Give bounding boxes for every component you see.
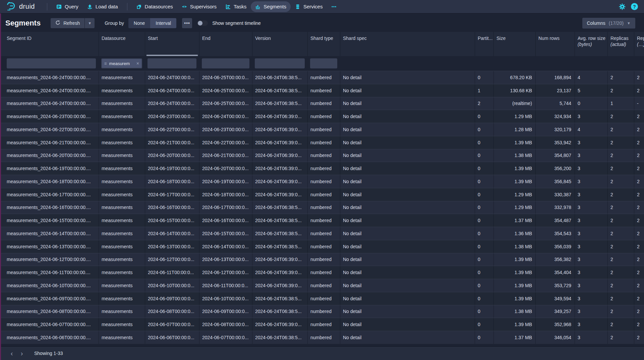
cell-start: 2024-06-12T00:00:0... bbox=[145, 253, 199, 266]
column-header-partition[interactable]: Partit... bbox=[475, 32, 493, 56]
cell-datasource: measurements bbox=[99, 240, 145, 253]
table-row[interactable]: measurements_2024-06-22T00:00:00....meas… bbox=[0, 123, 644, 136]
table-row[interactable]: measurements_2024-06-11T00:00:00....meas… bbox=[0, 266, 644, 279]
column-header-num_rows[interactable]: Num rows bbox=[535, 32, 575, 56]
cell-avg_row_size: 3 bbox=[575, 136, 607, 149]
column-header-shard_spec[interactable]: Shard spec bbox=[340, 32, 475, 56]
tasks-icon bbox=[225, 4, 231, 9]
column-header-end[interactable]: End bbox=[199, 32, 252, 56]
nav-item-datasources[interactable]: Datasources bbox=[132, 1, 177, 12]
cell-num_rows: 168,894 bbox=[535, 71, 575, 84]
cell-segment_id: measurements_2024-06-14T00:00:00.... bbox=[0, 227, 99, 240]
table-row[interactable]: measurements_2024-06-13T00:00:00....meas… bbox=[0, 240, 644, 253]
table-row[interactable]: measurements_2024-06-24T00:00:00....meas… bbox=[0, 71, 644, 84]
cell-size: 1.39 MB bbox=[493, 162, 535, 175]
table-row[interactable]: measurements_2024-06-23T00:00:00....meas… bbox=[0, 110, 644, 123]
cell-avg_row_size: 3 bbox=[575, 188, 607, 201]
table-row[interactable]: measurements_2024-06-06T00:00:00....meas… bbox=[0, 331, 644, 344]
cell-replicas: 2 bbox=[607, 227, 634, 240]
nav-item-tasks[interactable]: Tasks bbox=[221, 1, 251, 12]
prev-page-icon[interactable]: ‹ bbox=[7, 348, 17, 358]
filter-input-shard_type[interactable] bbox=[310, 58, 337, 68]
column-header-replication_factor[interactable]: Replication factor(…) bbox=[634, 32, 644, 56]
table-row[interactable]: measurements_2024-06-17T00:00:00....meas… bbox=[0, 188, 644, 201]
filter-input-version[interactable] bbox=[255, 58, 305, 68]
nav-item-query[interactable]: Query bbox=[52, 1, 83, 12]
refresh-options-button[interactable]: ▼ bbox=[85, 18, 95, 28]
cell-segment_id: measurements_2024-06-06T00:00:00.... bbox=[0, 331, 99, 344]
table-row[interactable]: measurements_2024-06-15T00:00:00....meas… bbox=[0, 214, 644, 227]
settings-gear-icon[interactable] bbox=[619, 3, 626, 10]
nav-item-load-data[interactable]: Load data bbox=[83, 1, 122, 12]
segment-timeline-toggle[interactable] bbox=[197, 20, 208, 26]
caret-down-icon: ▼ bbox=[627, 21, 631, 25]
next-page-icon[interactable]: › bbox=[17, 348, 27, 358]
nav-item-supervisors[interactable]: Supervisors bbox=[177, 1, 221, 12]
filter-input-segment_id[interactable] bbox=[7, 58, 96, 68]
cell-num_rows: 330,387 bbox=[535, 188, 575, 201]
column-header-start[interactable]: Start bbox=[145, 32, 199, 56]
table-row[interactable]: measurements_2024-06-18T00:00:00....meas… bbox=[0, 175, 644, 188]
table-row[interactable]: measurements_2024-06-12T00:00:00....meas… bbox=[0, 253, 644, 266]
column-header-avg_row_size[interactable]: Avg. row size(bytes) bbox=[575, 32, 607, 56]
column-header-version[interactable]: Version bbox=[252, 32, 307, 56]
nav-item-services[interactable]: Services bbox=[291, 1, 327, 12]
table-row[interactable]: measurements_2024-06-24T00:00:00....meas… bbox=[0, 84, 644, 97]
cell-datasource: measurements bbox=[99, 292, 145, 305]
cell-datasource: measurements bbox=[99, 84, 145, 97]
cell-size: 1.39 MB bbox=[493, 318, 535, 331]
remove-filter-icon[interactable]: × bbox=[136, 61, 139, 66]
column-header-segment_id[interactable]: Segment ID bbox=[0, 32, 99, 56]
table-row[interactable]: measurements_2024-06-10T00:00:00....meas… bbox=[0, 279, 644, 292]
filter-input-end[interactable] bbox=[202, 58, 249, 68]
filter-cell-version bbox=[252, 56, 307, 71]
cell-num_rows: 354,404 bbox=[535, 266, 575, 279]
druid-logo[interactable]: druid bbox=[6, 1, 35, 12]
cell-num_rows: 332,978 bbox=[535, 201, 575, 214]
cell-version: 2024-06-24T06:39:0... bbox=[252, 123, 307, 136]
refresh-button[interactable]: Refresh bbox=[51, 18, 84, 28]
more-options-button[interactable]: ••• bbox=[182, 18, 192, 28]
cell-num_rows: 354,487 bbox=[535, 214, 575, 227]
columns-button[interactable]: Columns (17/20) ▼ bbox=[582, 18, 636, 29]
table-row[interactable]: measurements_2024-06-19T00:00:00....meas… bbox=[0, 162, 644, 175]
cell-replication_factor: 2 bbox=[634, 214, 644, 227]
group-by-none-button[interactable]: None bbox=[128, 18, 150, 28]
column-header-datasource[interactable]: Datasource bbox=[99, 32, 145, 56]
table-row[interactable]: measurements_2024-06-08T00:00:00....meas… bbox=[0, 305, 644, 318]
nav-item-more[interactable] bbox=[327, 1, 341, 12]
cell-shard_type: numbered bbox=[307, 188, 340, 201]
filter-input-start[interactable] bbox=[148, 58, 196, 68]
column-header-replicas[interactable]: Replicas(actual) bbox=[607, 32, 634, 56]
cell-start: 2024-06-14T00:00:0... bbox=[145, 227, 199, 240]
cell-version: 2024-06-24T06:38:5... bbox=[252, 240, 307, 253]
datasource-filter[interactable]: =measurem× bbox=[101, 58, 142, 68]
group-by-interval-button[interactable]: Interval bbox=[150, 18, 176, 28]
table-row[interactable]: measurements_2024-06-24T00:00:00....meas… bbox=[0, 97, 644, 110]
table-row[interactable]: measurements_2024-06-14T00:00:00....meas… bbox=[0, 227, 644, 240]
help-icon[interactable]: ? bbox=[631, 3, 638, 10]
datasource-filter-chip[interactable]: =measurem× bbox=[102, 59, 141, 68]
showing-range: Showing 1-33 bbox=[34, 351, 63, 356]
cell-partition: 0 bbox=[475, 253, 493, 266]
table-row[interactable]: measurements_2024-06-21T00:00:00....meas… bbox=[0, 136, 644, 149]
cell-datasource: measurements bbox=[99, 214, 145, 227]
cell-replicas: 2 bbox=[607, 240, 634, 253]
column-header-shard_type[interactable]: Shard type bbox=[307, 32, 340, 56]
nav-item-segments[interactable]: Segments bbox=[251, 1, 291, 12]
table-row[interactable]: measurements_2024-06-20T00:00:00....meas… bbox=[0, 149, 644, 162]
cell-replicas: 2 bbox=[607, 292, 634, 305]
cell-start: 2024-06-21T00:00:0... bbox=[145, 136, 199, 149]
column-header-size[interactable]: Size bbox=[493, 32, 535, 56]
cell-shard_spec: No detail bbox=[340, 188, 475, 201]
table-row[interactable]: measurements_2024-06-16T00:00:00....meas… bbox=[0, 201, 644, 214]
cell-shard_spec: No detail bbox=[340, 175, 475, 188]
segments-toolbar: Segments Refresh ▼ Group by None Interva… bbox=[0, 14, 644, 32]
table-row[interactable]: measurements_2024-06-09T00:00:00....meas… bbox=[0, 292, 644, 305]
cell-shard_type: numbered bbox=[307, 318, 340, 331]
cell-end: 2024-06-23T00:00:0... bbox=[199, 123, 252, 136]
cell-segment_id: measurements_2024-06-19T00:00:00.... bbox=[0, 162, 99, 175]
cell-shard_spec: No detail bbox=[340, 110, 475, 123]
table-row[interactable]: measurements_2024-06-07T00:00:00....meas… bbox=[0, 318, 644, 331]
cell-segment_id: measurements_2024-06-09T00:00:00.... bbox=[0, 292, 99, 305]
